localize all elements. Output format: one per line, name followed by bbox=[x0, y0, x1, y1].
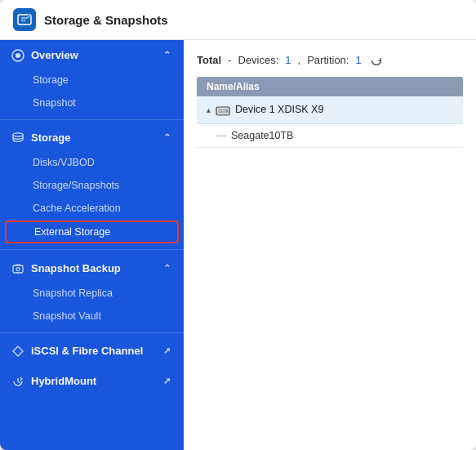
sidebar-item-snapshot-replica[interactable]: Snapshot Replica bbox=[0, 282, 184, 305]
table-header: Name/Alias bbox=[197, 77, 463, 96]
sidebar-item-snapshot[interactable]: Snapshot bbox=[0, 91, 184, 114]
sidebar: Overview ⌃ Storage Snapshot bbox=[0, 40, 184, 450]
storage-icon bbox=[11, 131, 24, 145]
svg-rect-7 bbox=[13, 265, 23, 273]
app-icon bbox=[13, 8, 36, 31]
sub-device-name: Seagate10TB bbox=[231, 130, 293, 141]
iscsi-external-link-icon: ➚ bbox=[163, 345, 171, 356]
sidebar-item-iscsi[interactable]: iSCSI & Fibre Channel ➚ bbox=[0, 336, 184, 367]
divider-2 bbox=[0, 249, 184, 250]
svg-point-3 bbox=[27, 15, 31, 19]
app-title: Storage & Snapshots bbox=[44, 13, 168, 27]
sidebar-item-storage-snapshots[interactable]: Storage/Snapshots bbox=[0, 174, 184, 197]
refresh-button[interactable] bbox=[368, 53, 385, 67]
dash-separator: - bbox=[228, 54, 231, 66]
sidebar-group-storage-label: Storage bbox=[31, 131, 70, 144]
devices-count[interactable]: 1 bbox=[285, 54, 291, 66]
devices-label: Devices: bbox=[238, 54, 278, 66]
svg-point-11 bbox=[226, 109, 229, 112]
device-name: Device 1 XDISK X9 bbox=[235, 104, 323, 115]
sidebar-item-cache[interactable]: Cache Acceleration bbox=[0, 197, 184, 220]
sidebar-item-snapshot-vault[interactable]: Snapshot Vault bbox=[0, 305, 184, 327]
sidebar-item-hybridmount[interactable]: HybridMount ➚ bbox=[0, 366, 184, 396]
sidebar-group-storage[interactable]: Storage ⌃ bbox=[0, 123, 184, 152]
sidebar-item-external[interactable]: External Storage bbox=[5, 221, 179, 243]
overview-chevron: ⌃ bbox=[163, 50, 171, 60]
hybridmount-icon bbox=[11, 374, 24, 388]
disk-icon bbox=[216, 103, 230, 116]
device-row[interactable]: ▴ Device 1 XDISK X9 bbox=[197, 96, 463, 123]
iscsi-label: iSCSI & Fibre Channel bbox=[31, 345, 143, 357]
iscsi-icon bbox=[11, 345, 24, 359]
svg-point-5 bbox=[16, 53, 20, 58]
svg-point-6 bbox=[13, 133, 23, 136]
hybridmount-label: HybridMount bbox=[31, 375, 96, 387]
app-window: Storage & Snapshots Overview bbox=[0, 0, 476, 450]
hybridmount-external-link-icon: ➚ bbox=[163, 376, 171, 386]
storage-chevron: ⌃ bbox=[163, 132, 171, 143]
sidebar-group-snapshot-backup[interactable]: Snapshot Backup ⌃ bbox=[0, 253, 184, 282]
divider-3 bbox=[0, 332, 184, 333]
partition-count[interactable]: 1 bbox=[355, 54, 361, 66]
overview-icon bbox=[11, 48, 24, 62]
svg-point-8 bbox=[16, 267, 20, 270]
partition-label: Partition: bbox=[307, 54, 349, 66]
comma-separator: , bbox=[298, 54, 301, 66]
main-layout: Overview ⌃ Storage Snapshot bbox=[0, 40, 476, 450]
sidebar-section-overview: Overview ⌃ Storage Snapshot bbox=[0, 40, 184, 114]
content-area: Total - Devices: 1 , Partition: 1 Name/A… bbox=[184, 40, 476, 450]
sidebar-section-snapshot-backup: Snapshot Backup ⌃ Snapshot Replica Snaps… bbox=[0, 253, 184, 327]
expand-icon: ▴ bbox=[207, 105, 211, 114]
sub-row: — Seagate10TB bbox=[197, 124, 463, 148]
sidebar-item-disks[interactable]: Disks/VJBOD bbox=[0, 151, 184, 174]
content-header: Total - Devices: 1 , Partition: 1 bbox=[197, 53, 463, 67]
sub-dash: — bbox=[216, 130, 226, 141]
snapshot-backup-icon bbox=[11, 261, 24, 275]
total-label: Total bbox=[197, 54, 221, 66]
title-bar: Storage & Snapshots bbox=[0, 0, 476, 40]
divider-1 bbox=[0, 119, 184, 120]
sidebar-section-storage: Storage ⌃ Disks/VJBOD Storage/Snapshots … bbox=[0, 123, 184, 245]
sidebar-item-storage[interactable]: Storage bbox=[0, 69, 184, 91]
sidebar-group-snapshot-backup-label: Snapshot Backup bbox=[31, 262, 121, 274]
snapshot-backup-chevron: ⌃ bbox=[163, 263, 171, 274]
sidebar-group-overview-label: Overview bbox=[31, 49, 78, 61]
sidebar-group-overview[interactable]: Overview ⌃ bbox=[0, 40, 184, 69]
